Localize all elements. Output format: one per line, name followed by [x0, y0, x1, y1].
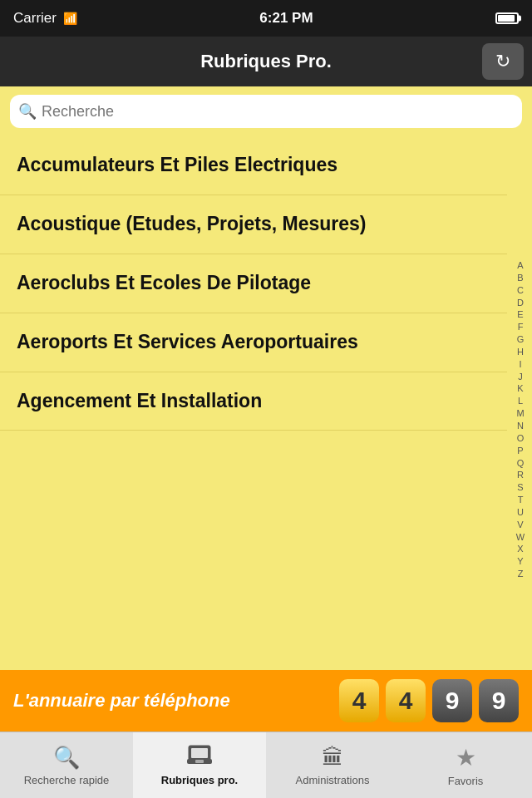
alpha-letter-x[interactable]: X — [509, 543, 532, 555]
alpha-letter-m[interactable]: M — [509, 407, 532, 420]
alpha-letter-l[interactable]: L — [509, 395, 532, 407]
nav-bar: Rubriques Pro. ↻ — [0, 37, 532, 86]
alpha-letter-i[interactable]: I — [509, 358, 532, 371]
alpha-letter-u[interactable]: U — [509, 506, 532, 519]
alpha-letter-y[interactable]: Y — [509, 555, 532, 568]
tab-icon-rubriques-pro — [187, 744, 212, 771]
refresh-button[interactable]: ↻ — [482, 43, 524, 80]
banner-digit-4: 9 — [479, 679, 519, 722]
alpha-letter-q[interactable]: Q — [509, 457, 532, 470]
list-item-label: Acoustique (Etudes, Projets, Mesures) — [17, 213, 366, 234]
banner-text: L'annuaire par téléphone — [13, 690, 332, 712]
content-area: 🔍 ABCDEFGHIJKLMNOPQRSTUVWXYZ Accumulateu… — [0, 86, 532, 732]
alpha-letter-o[interactable]: O — [509, 432, 532, 445]
alpha-letter-f[interactable]: F — [509, 321, 532, 333]
tab-label-rubriques-pro: Rubriques pro. — [161, 774, 238, 786]
tab-administrations[interactable]: 🏛 Administrations — [266, 732, 399, 798]
status-time: 6:21 PM — [259, 10, 313, 27]
search-wrapper: 🔍 — [10, 95, 522, 128]
list-item[interactable]: Agencement Et Installation — [0, 372, 507, 431]
tab-bar: 🔍 Recherche rapide Rubriques pro. 🏛 Admi… — [0, 732, 532, 798]
tab-favoris[interactable]: ★ Favoris — [399, 732, 532, 798]
alpha-letter-z[interactable]: Z — [509, 568, 532, 580]
svg-rect-1 — [191, 748, 208, 758]
list-item-label: Aeroclubs Et Ecoles De Pilotage — [17, 272, 311, 293]
tab-icon-recherche-rapide: 🔍 — [53, 745, 80, 771]
refresh-icon: ↻ — [495, 51, 510, 72]
search-icon: 🔍 — [18, 102, 37, 121]
list-scroll[interactable]: ABCDEFGHIJKLMNOPQRSTUVWXYZ Accumulateurs… — [0, 136, 532, 670]
alpha-letter-h[interactable]: H — [509, 346, 532, 358]
alpha-letter-b[interactable]: B — [509, 272, 532, 284]
battery-fill — [498, 15, 515, 22]
search-container: 🔍 — [0, 86, 532, 136]
alpha-letter-g[interactable]: G — [509, 333, 532, 346]
status-right — [495, 12, 519, 24]
tab-label-recherche-rapide: Recherche rapide — [24, 774, 110, 786]
svg-rect-3 — [195, 760, 204, 763]
main-list: Accumulateurs Et Piles ElectriquesAcoust… — [0, 136, 532, 431]
alpha-letter-j[interactable]: J — [509, 371, 532, 383]
alpha-letter-a[interactable]: A — [509, 259, 532, 272]
alpha-letter-v[interactable]: V — [509, 519, 532, 531]
page-title: Rubriques Pro. — [200, 51, 332, 72]
tab-recherche-rapide[interactable]: 🔍 Recherche rapide — [0, 732, 133, 798]
list-item-label: Accumulateurs Et Piles Electriques — [17, 154, 337, 175]
tab-rubriques-pro[interactable]: Rubriques pro. — [133, 732, 266, 798]
carrier-label: Carrier — [13, 10, 57, 27]
status-bar: Carrier 📶 6:21 PM — [0, 0, 532, 37]
list-item[interactable]: Aeroports Et Services Aeroportuaires — [0, 313, 507, 372]
tab-icon-administrations: 🏛 — [322, 745, 343, 771]
list-item[interactable]: Acoustique (Etudes, Projets, Mesures) — [0, 195, 507, 254]
alpha-letter-k[interactable]: K — [509, 382, 532, 395]
alpha-letter-e[interactable]: E — [509, 308, 532, 321]
alpha-letter-c[interactable]: C — [509, 284, 532, 297]
list-item-label: Agencement Et Installation — [17, 390, 262, 411]
alpha-letter-w[interactable]: W — [509, 531, 532, 544]
list-item[interactable]: Aeroclubs Et Ecoles De Pilotage — [0, 254, 507, 313]
banner-digit-2: 4 — [386, 679, 426, 722]
alpha-letter-r[interactable]: R — [509, 469, 532, 481]
alpha-letter-n[interactable]: N — [509, 420, 532, 432]
list-item-label: Aeroports Et Services Aeroportuaires — [17, 331, 358, 352]
alpha-letter-d[interactable]: D — [509, 297, 532, 309]
status-left: Carrier 📶 — [13, 10, 77, 27]
wifi-icon: 📶 — [63, 12, 77, 25]
tab-label-administrations: Administrations — [296, 774, 370, 786]
alphabet-sidebar: ABCDEFGHIJKLMNOPQRSTUVWXYZ — [509, 259, 532, 580]
tab-label-favoris: Favoris — [448, 775, 484, 787]
list-item[interactable]: Accumulateurs Et Piles Electriques — [0, 136, 507, 195]
alpha-letter-p[interactable]: P — [509, 445, 532, 457]
alpha-letter-s[interactable]: S — [509, 481, 532, 494]
banner-digit-1: 4 — [339, 679, 379, 722]
battery-icon — [495, 12, 519, 24]
banner-digit-3: 9 — [432, 679, 472, 722]
alpha-letter-t[interactable]: T — [509, 494, 532, 506]
tab-icon-favoris: ★ — [456, 744, 476, 771]
search-input[interactable] — [10, 95, 522, 128]
banner[interactable]: L'annuaire par téléphone 4 4 9 9 — [0, 670, 532, 732]
